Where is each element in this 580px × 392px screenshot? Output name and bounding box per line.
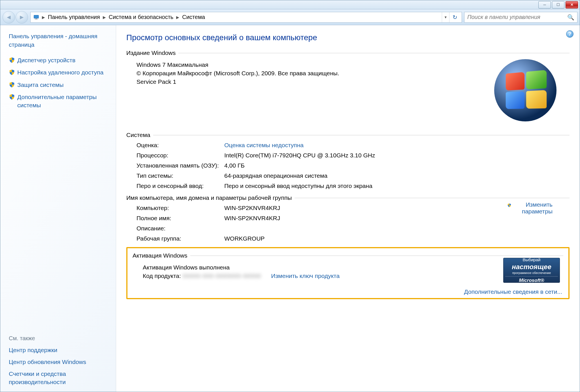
- comp-full-value: WIN-SP2KNVR4KRJ: [224, 215, 570, 222]
- see-also-performance[interactable]: Счетчики и средства производительности: [9, 370, 110, 386]
- chevron-right-icon: ▶: [102, 15, 107, 20]
- group-edition-legend: Издание Windows: [126, 50, 178, 56]
- help-icon[interactable]: ?: [566, 30, 573, 38]
- change-settings-link[interactable]: Изменить параметры: [507, 201, 553, 215]
- content: ? Просмотр основных сведений о вашем ком…: [116, 25, 580, 392]
- shield-icon: [9, 57, 15, 63]
- control-panel-home-link[interactable]: Панель управления - домашняя страница: [9, 32, 110, 49]
- address-dropdown[interactable]: ▼: [442, 12, 449, 22]
- ram-key: Установленная память (ОЗУ):: [137, 162, 224, 169]
- search-icon: 🔍: [567, 14, 574, 21]
- shield-icon: [9, 94, 15, 100]
- genuine-line1: Выбирай: [505, 257, 558, 263]
- crumb-2[interactable]: Система: [180, 14, 207, 20]
- genuine-microsoft-badge[interactable]: Выбирай настоящее программное обеспечени…: [503, 258, 560, 283]
- crumb-0[interactable]: Панель управления: [46, 14, 102, 20]
- refresh-button[interactable]: ↻: [449, 12, 460, 22]
- change-product-key-link[interactable]: Изменить ключ продукта: [271, 273, 340, 279]
- product-id-row: Код продукта: 00000-000-0000000-00000 Из…: [143, 273, 563, 279]
- see-also-windows-update[interactable]: Центр обновления Windows: [9, 358, 110, 366]
- window: ─ ☐ ✕ ◄ ► ▶ Панель управления ▶ Система …: [0, 0, 580, 392]
- search-box[interactable]: 🔍: [464, 12, 577, 23]
- task-label: Дополнительные параметры системы: [17, 93, 110, 110]
- change-settings-label: Изменить параметры: [513, 201, 553, 215]
- svg-rect-2: [35, 19, 38, 20]
- comp-name-key: Компьютер:: [137, 205, 224, 211]
- product-id-label: Код продукта:: [143, 273, 183, 279]
- group-activation: Активация Windows Активация Windows выпо…: [133, 252, 563, 294]
- group-edition: Издание Windows Windows 7 Максимальная ©…: [126, 50, 570, 132]
- activation-highlight-box: Активация Windows Активация Windows выпо…: [126, 247, 570, 299]
- comp-desc-key: Описание:: [137, 225, 224, 232]
- group-computer: Имя компьютера, имя домена и параметры р…: [126, 194, 570, 247]
- group-activation-legend: Активация Windows: [133, 252, 190, 259]
- minimize-button[interactable]: ─: [538, 1, 551, 8]
- comp-wg-value: WORKGROUP: [224, 235, 570, 242]
- pen-key: Перо и сенсорный ввод:: [137, 183, 224, 189]
- computer-icon: [33, 14, 40, 21]
- cpu-key: Процессор:: [137, 152, 224, 159]
- task-label: Диспетчер устройств: [17, 56, 75, 64]
- svg-rect-0: [34, 15, 39, 18]
- rating-key: Оценка:: [137, 142, 224, 149]
- chevron-right-icon: ▶: [41, 15, 46, 20]
- product-id-value: 00000-000-0000000-00000: [183, 273, 261, 279]
- cpu-value: Intel(R) Core(TM) i7-7920HQ CPU @ 3.10GH…: [224, 152, 570, 159]
- crumb-1[interactable]: Система и безопасность: [107, 14, 175, 20]
- chevron-right-icon: ▶: [175, 15, 180, 20]
- see-also-action-center[interactable]: Центр поддержки: [9, 346, 110, 354]
- forward-button[interactable]: ►: [16, 11, 28, 23]
- task-remote-settings[interactable]: Настройка удаленного доступа: [9, 68, 110, 76]
- systype-key: Тип системы:: [137, 172, 224, 179]
- close-button[interactable]: ✕: [566, 1, 578, 8]
- page-title: Просмотр основных сведений о вашем компь…: [126, 33, 570, 42]
- group-system-legend: Система: [126, 132, 153, 138]
- maximize-button[interactable]: ☐: [552, 1, 564, 8]
- pen-value: Перо и сенсорный ввод недоступны для это…: [224, 183, 570, 189]
- task-device-manager[interactable]: Диспетчер устройств: [9, 56, 110, 64]
- genuine-line3: программное обеспечение: [505, 271, 558, 275]
- comp-full-key: Полное имя:: [137, 215, 224, 222]
- group-computer-legend: Имя компьютера, имя домена и параметры р…: [126, 194, 295, 201]
- search-input[interactable]: [467, 14, 567, 20]
- rating-link[interactable]: Оценка системы недоступна: [224, 142, 304, 148]
- windows-logo: [494, 59, 556, 121]
- back-button[interactable]: ◄: [3, 11, 15, 23]
- genuine-line4: Microsoft®: [505, 276, 558, 283]
- group-system: Система Оценка: Оценка системы недоступн…: [126, 132, 570, 194]
- genuine-line2: настоящее: [505, 263, 558, 271]
- systype-value: 64-разрядная операционная система: [224, 172, 570, 179]
- task-label: Настройка удаленного доступа: [17, 68, 103, 76]
- shield-icon: [507, 202, 511, 208]
- address-bar[interactable]: ▶ Панель управления ▶ Система и безопасн…: [30, 12, 462, 23]
- shield-icon: [9, 82, 15, 88]
- sidebar: Панель управления - домашняя страница Ди…: [0, 25, 116, 392]
- titlebar: ─ ☐ ✕: [0, 0, 580, 9]
- more-info-online-link[interactable]: Дополнительные сведения в сети...: [464, 288, 562, 295]
- see-also-header: См. также: [9, 335, 110, 342]
- activation-status: Активация Windows выполнена: [143, 264, 563, 271]
- task-label: Защита системы: [17, 81, 64, 89]
- task-advanced-settings[interactable]: Дополнительные параметры системы: [9, 93, 110, 110]
- shield-icon: [9, 69, 15, 75]
- navbar: ◄ ► ▶ Панель управления ▶ Система и безо…: [0, 9, 580, 25]
- task-system-protection[interactable]: Защита системы: [9, 81, 110, 89]
- svg-rect-1: [35, 18, 37, 19]
- comp-wg-key: Рабочая группа:: [137, 235, 224, 242]
- ram-value: 4,00 ГБ: [224, 162, 570, 169]
